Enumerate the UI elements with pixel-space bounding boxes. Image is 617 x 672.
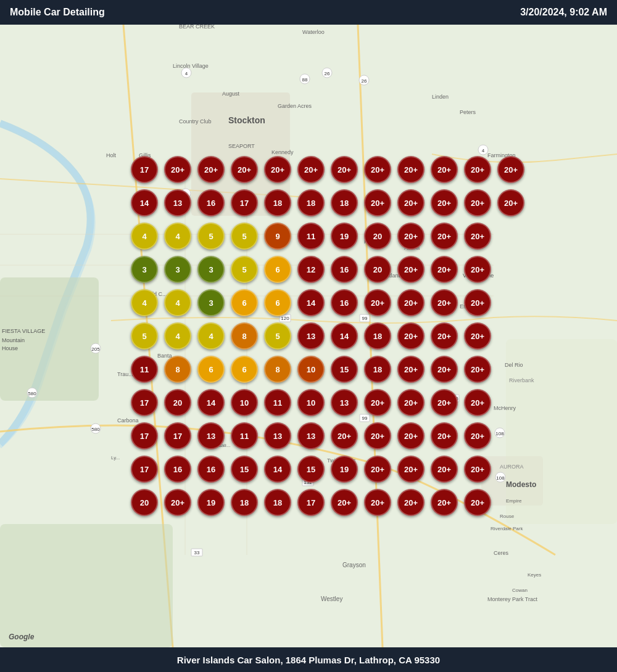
svg-text:Atlanta: Atlanta bbox=[386, 272, 403, 279]
svg-text:215: 215 bbox=[450, 396, 458, 401]
svg-text:Empire: Empire bbox=[506, 498, 522, 504]
svg-text:Holt: Holt bbox=[106, 152, 117, 158]
svg-text:SEAPORT: SEAPORT bbox=[228, 143, 255, 149]
svg-text:Old C...: Old C... bbox=[148, 291, 167, 297]
svg-text:Trau...: Trau... bbox=[117, 371, 133, 377]
svg-text:Waterloo: Waterloo bbox=[302, 29, 325, 35]
header: Mobile Car Detailing 3/20/2024, 9:02 AM bbox=[0, 0, 617, 25]
svg-text:Carbona: Carbona bbox=[117, 417, 139, 424]
svg-text:132: 132 bbox=[174, 465, 183, 470]
svg-text:Modesto: Modesto bbox=[506, 480, 536, 489]
svg-text:Mountain: Mountain bbox=[2, 337, 25, 343]
map-background: BEAR CREEK Waterloo Linden Lincoln Villa… bbox=[0, 0, 617, 672]
svg-text:House: House bbox=[2, 345, 18, 351]
svg-text:Riverdale Park: Riverdale Park bbox=[491, 526, 523, 531]
svg-text:Cowan: Cowan bbox=[512, 588, 528, 593]
svg-text:Ly...: Ly... bbox=[111, 455, 120, 461]
svg-text:132: 132 bbox=[304, 480, 312, 485]
svg-text:99: 99 bbox=[362, 416, 368, 421]
svg-text:4: 4 bbox=[184, 192, 188, 197]
svg-text:August: August bbox=[222, 91, 240, 97]
svg-text:Riverbank: Riverbank bbox=[509, 377, 534, 383]
svg-text:108: 108 bbox=[495, 431, 504, 436]
svg-text:Stockton: Stockton bbox=[228, 115, 265, 125]
svg-text:Linden: Linden bbox=[432, 94, 449, 100]
header-datetime: 3/20/2024, 9:02 AM bbox=[520, 7, 607, 18]
svg-text:Farmington: Farmington bbox=[487, 152, 516, 158]
svg-text:AURORA: AURORA bbox=[500, 464, 524, 470]
svg-text:88: 88 bbox=[302, 77, 308, 83]
svg-text:Del Rio: Del Rio bbox=[505, 362, 523, 368]
svg-text:108: 108 bbox=[496, 475, 505, 481]
svg-text:26: 26 bbox=[362, 78, 367, 84]
svg-text:Valley Home: Valley Home bbox=[463, 272, 494, 279]
svg-text:Kennedy: Kennedy bbox=[271, 149, 294, 155]
svg-rect-12 bbox=[0, 524, 173, 647]
svg-text:McHenry: McHenry bbox=[494, 405, 516, 411]
svg-text:4: 4 bbox=[482, 148, 485, 154]
svg-text:580: 580 bbox=[91, 427, 100, 432]
svg-text:FIESTA VILLAGE: FIESTA VILLAGE bbox=[2, 328, 45, 334]
svg-text:Country Club: Country Club bbox=[179, 118, 212, 125]
svg-text:99: 99 bbox=[362, 316, 368, 321]
svg-text:Peters: Peters bbox=[460, 109, 476, 115]
svg-text:Ceres: Ceres bbox=[494, 550, 509, 556]
svg-text:Ne...sali...: Ne...sali... bbox=[209, 443, 231, 448]
svg-text:Lincoln Village: Lincoln Village bbox=[173, 63, 209, 69]
footer-address: River Islands Car Salon, 1864 Plumas Dr,… bbox=[177, 655, 440, 665]
svg-text:Keyes: Keyes bbox=[528, 572, 541, 578]
svg-text:26: 26 bbox=[325, 71, 330, 76]
footer: River Islands Car Salon, 1864 Plumas Dr,… bbox=[0, 647, 617, 672]
svg-text:Westley: Westley bbox=[321, 596, 342, 602]
svg-text:Twin Rivers: Twin Rivers bbox=[327, 457, 356, 464]
svg-text:Monterey Park Tract: Monterey Park Tract bbox=[487, 596, 538, 602]
svg-text:Avena: Avena bbox=[404, 245, 420, 251]
google-logo: Google bbox=[9, 633, 34, 641]
svg-text:Garden Acres: Garden Acres bbox=[278, 103, 312, 109]
svg-text:Escalon: Escalon bbox=[460, 303, 479, 309]
svg-text:33: 33 bbox=[194, 550, 200, 555]
svg-text:Banta: Banta bbox=[157, 353, 172, 359]
svg-text:580: 580 bbox=[28, 391, 36, 396]
svg-text:Grayson: Grayson bbox=[342, 562, 366, 568]
svg-text:205: 205 bbox=[91, 346, 100, 352]
svg-text:4: 4 bbox=[185, 71, 188, 76]
svg-text:120: 120 bbox=[281, 316, 289, 321]
svg-text:Gillis: Gillis bbox=[139, 152, 151, 158]
app-title: Mobile Car Detailing bbox=[10, 7, 105, 18]
svg-text:Peltham: Peltham bbox=[364, 239, 384, 245]
svg-text:Rouse: Rouse bbox=[500, 514, 515, 519]
